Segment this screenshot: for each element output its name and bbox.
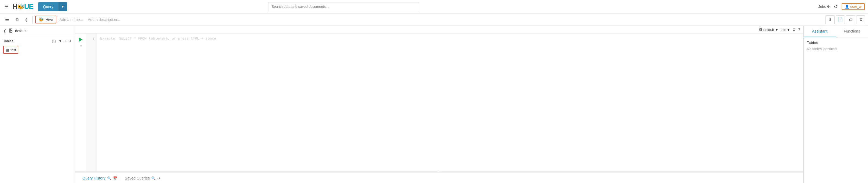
db-selector[interactable]: 🗄 default ▼ (758, 27, 778, 32)
table-icon: ▦ (5, 48, 9, 52)
tags-button[interactable]: 🏷 (846, 16, 855, 24)
assistant-tab-label: Assistant (812, 29, 827, 33)
toolbar-right-actions: ⬇ 📄 🏷 ⚙ (826, 16, 865, 24)
hue-logo: H 🐝 UE (12, 2, 33, 11)
resize-handle[interactable]: ··· (75, 171, 803, 173)
editor-gutter: ··· (75, 34, 86, 171)
no-tables-text: No tables identified. (807, 47, 865, 51)
functions-tab-label: Functions (844, 29, 860, 33)
save-icon: ⬇ (829, 17, 832, 22)
database-name[interactable]: default (15, 29, 26, 33)
code-editor-input[interactable]: Example: SELECT * FROM tablename, or pre… (97, 34, 803, 171)
main-layout: ❮ 🗄 default Tables (1) ▼ + ↺ ▦ test (0, 26, 868, 183)
logo-h: H (12, 2, 17, 11)
right-sidebar-tabs: Assistant Functions (804, 26, 868, 37)
hive-bee-icon: 🐝 (38, 17, 44, 22)
tables-label: Tables (3, 39, 13, 43)
tables-section: Tables (1) ▼ + ↺ ▦ test (0, 36, 75, 56)
line-numbers: 1 (86, 34, 97, 171)
databases-icon-button[interactable]: ☰ (3, 16, 11, 24)
hive-label: Hive (45, 18, 53, 22)
tab-functions[interactable]: Functions (836, 26, 868, 37)
database-icon: 🗄 (9, 29, 13, 33)
top-navbar: ☰ H 🐝 UE Query ▼ Jobs ⚙ ↺ 👤 user_w (0, 0, 868, 13)
tab-assistant[interactable]: Assistant (804, 26, 836, 37)
tab-saved-queries[interactable]: Saved Queries 🔍 ↺ (121, 173, 164, 183)
db-selector-icon: 🗄 (758, 27, 762, 32)
jobs-settings-icon: ⚙ (827, 5, 830, 9)
filter-tables-button[interactable]: ▼ (58, 38, 63, 43)
hive-connector-badge[interactable]: 🐝 Hive (35, 16, 56, 23)
editor-toolbar: ☰ ⧉ ❮ 🐝 Hive Add a name... Add a descrip… (0, 13, 868, 26)
jobs-label: Jobs (818, 5, 826, 9)
tables-actions: ▼ + ↺ (58, 38, 72, 43)
refresh-tables-button[interactable]: ↺ (68, 38, 72, 43)
add-table-button[interactable]: + (64, 38, 67, 43)
query-history-search-icon: 🔍 (107, 176, 112, 180)
format-label: text (780, 28, 786, 32)
document-description-input[interactable]: Add a description... (86, 17, 122, 23)
right-sidebar-content: Tables No tables identified. (804, 37, 868, 54)
toolbar-separator-1 (32, 16, 33, 23)
tables-count: (1) (52, 39, 56, 43)
table-name: test (10, 48, 16, 52)
logo-ue: UE (24, 2, 33, 11)
saved-queries-label: Saved Queries (125, 176, 150, 180)
new-document-button[interactable]: 📄 (836, 16, 845, 24)
editor-area: 🗄 default ▼ text ▼ ⚙ ? ··· 1 Exampl (75, 26, 803, 183)
user-icon: 👤 (845, 5, 849, 9)
format-selector[interactable]: text ▼ (780, 28, 790, 32)
line-number-1: 1 (86, 36, 97, 42)
code-editor: ··· 1 Example: SELECT * FROM tablename, … (75, 34, 803, 171)
saved-queries-search-icon: 🔍 (151, 176, 156, 180)
user-menu-button[interactable]: 👤 user_w (842, 3, 865, 10)
query-button-group: Query ▼ (38, 2, 67, 11)
bottom-tab-list: Query History 🔍 📅 Saved Queries 🔍 ↺ (75, 173, 803, 183)
search-input[interactable] (268, 2, 419, 11)
left-sidebar: ❮ 🗄 default Tables (1) ▼ + ↺ ▦ test (0, 26, 75, 183)
share-settings-button[interactable]: ⚙ (856, 16, 865, 24)
query-history-label: Query History (82, 176, 105, 180)
new-document-icon: 📄 (838, 17, 843, 22)
tags-icon: 🏷 (848, 17, 852, 22)
sidebar-collapse-button[interactable]: ❮ (23, 16, 30, 24)
navbar-right: Jobs ⚙ ↺ 👤 user_w (818, 3, 865, 10)
sidebar-header: ❮ 🗄 default (0, 26, 75, 36)
run-query-button[interactable] (79, 37, 83, 42)
jobs-button[interactable]: Jobs ⚙ (818, 5, 830, 9)
tables-header: Tables (1) ▼ + ↺ (3, 38, 72, 43)
history-button[interactable]: ↺ (834, 4, 838, 10)
query-main-button[interactable]: Query (38, 2, 58, 11)
documents-icon-button[interactable]: ⧉ (13, 16, 22, 24)
user-label: user_w (850, 5, 862, 9)
editor-settings-icon[interactable]: ⚙ (792, 27, 796, 32)
query-dropdown-button[interactable]: ▼ (58, 2, 67, 11)
editor-placeholder-text: Example: SELECT * FROM tablename, or pre… (100, 36, 216, 40)
run-options-dots: ··· (80, 44, 82, 47)
run-options-button[interactable]: ··· (80, 44, 82, 47)
format-dropdown-icon: ▼ (787, 28, 790, 32)
databases-icon: ☰ (5, 17, 9, 22)
back-arrow-icon[interactable]: ❮ (3, 29, 6, 33)
editor-controls: 🗄 default ▼ text ▼ ⚙ ? (75, 26, 803, 34)
editor-help-icon[interactable]: ? (798, 27, 800, 32)
bottom-tabs: Query History 🔍 📅 Saved Queries 🔍 ↺ (75, 173, 803, 183)
documents-icon: ⧉ (16, 17, 19, 22)
tab-query-history[interactable]: Query History 🔍 📅 (79, 173, 121, 183)
right-sidebar: Assistant Functions Tables No tables ide… (803, 26, 868, 183)
query-history-calendar-icon: 📅 (113, 176, 117, 180)
logo-bee-icon: 🐝 (17, 3, 24, 10)
db-selector-label: default (763, 28, 774, 32)
db-dropdown-icon: ▼ (775, 28, 778, 32)
save-button[interactable]: ⬇ (826, 16, 835, 24)
document-name-input[interactable]: Add a name... (58, 17, 85, 23)
chevron-left-icon: ❮ (25, 18, 28, 22)
share-settings-icon: ⚙ (859, 17, 863, 22)
saved-queries-refresh-icon: ↺ (157, 176, 160, 180)
search-bar (268, 2, 419, 11)
table-item-test[interactable]: ▦ test (3, 46, 18, 54)
tables-section-title: Tables (807, 41, 865, 45)
hamburger-icon[interactable]: ☰ (3, 3, 10, 11)
